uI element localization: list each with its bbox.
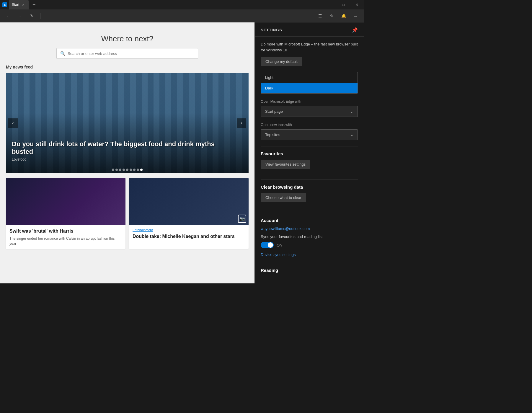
sync-toggle-label: On — [277, 243, 282, 247]
news-card-2-title: Double take: Michelle Keegan and other s… — [133, 234, 245, 240]
browser-icon: E — [2, 2, 7, 7]
main-layout: Where to next? 🔍 My news feed — [0, 22, 364, 283]
divider-3 — [261, 213, 358, 213]
divider-4 — [261, 263, 358, 263]
pin-button[interactable]: 📌 — [352, 27, 358, 33]
open-newtab-dropdown[interactable]: Top sites ⌄ — [261, 129, 358, 140]
settings-body: Do more with Microsoft Edge – the fast n… — [255, 37, 364, 277]
newtab-search-area: Where to next? 🔍 — [6, 28, 249, 65]
note-button[interactable]: ✎ — [327, 11, 337, 21]
tab-title: Start — [12, 3, 19, 7]
carousel-source: Lovefood — [12, 157, 234, 161]
news-feed-section: My news feed Do you still drink lots of … — [6, 65, 249, 249]
open-edge-value: Start page — [265, 109, 283, 114]
address-divider — [40, 13, 40, 19]
news-card-1-desc: The singer ended her romance with Calvin… — [9, 236, 122, 246]
minimize-button[interactable]: — — [323, 0, 337, 9]
sync-toggle-row: On — [261, 242, 358, 248]
news-carousel: Do you still drink lots of water? The bi… — [6, 73, 249, 173]
settings-panel: SETTINGS 📌 Do more with Microsoft Edge –… — [254, 22, 364, 283]
close-button[interactable]: ✕ — [350, 0, 364, 9]
newtab-title: Where to next? — [6, 34, 249, 43]
device-sync-link[interactable]: Device sync settings — [261, 252, 358, 257]
settings-panel-title: SETTINGS — [261, 28, 282, 32]
search-icon: 🔍 — [60, 51, 65, 56]
sync-toggle[interactable] — [261, 242, 274, 248]
tab-close-button[interactable]: ✕ — [21, 2, 26, 7]
search-input[interactable] — [68, 51, 194, 56]
hub-button[interactable]: ☰ — [315, 11, 325, 21]
change-default-button[interactable]: Change my default — [261, 57, 302, 66]
news-grid: Swift was 'brutal' with Harris The singe… — [6, 178, 249, 249]
news-card-2-body: Entertainment Double take: Michelle Keeg… — [129, 225, 249, 244]
open-edge-label: Open Microsoft Edge with — [261, 99, 358, 104]
view-favourites-button[interactable]: View favourites settings — [261, 160, 310, 169]
news-card-2-image: 📷 — [129, 178, 249, 225]
carousel-background: Do you still drink lots of water? The bi… — [6, 73, 249, 173]
sync-label: Sync your favourites and reading list — [261, 234, 358, 239]
sync-toggle-knob — [268, 242, 273, 248]
carousel-prev-button[interactable]: ‹ — [8, 118, 18, 128]
divider-2 — [261, 179, 358, 180]
theme-option-light[interactable]: Light — [261, 72, 358, 83]
camera-icon: 📷 — [238, 215, 246, 223]
clear-data-section-header: Clear browsing data — [261, 185, 358, 190]
active-tab[interactable]: Start ✕ — [9, 0, 29, 9]
settings-header: SETTINGS 📌 — [255, 22, 364, 37]
carousel-headline: Do you still drink lots of water? The bi… — [12, 140, 234, 156]
choose-clear-button[interactable]: Choose what to clear — [261, 193, 306, 202]
carousel-content: Do you still drink lots of water? The bi… — [6, 134, 249, 173]
account-email-link[interactable]: waynewilliams@outlook.com — [261, 226, 358, 231]
open-newtab-value: Top sites — [265, 133, 280, 137]
settings-promo-text: Do more with Microsoft Edge – the fast n… — [261, 41, 358, 53]
newtab-search-box[interactable]: 🔍 — [56, 48, 198, 59]
newtab-page: Where to next? 🔍 My news feed — [0, 22, 254, 283]
maximize-button[interactable]: □ — [337, 0, 350, 9]
reading-section-header: Reading — [261, 268, 358, 273]
browser-content: Where to next? 🔍 My news feed — [0, 22, 254, 283]
account-section-header: Account — [261, 218, 358, 223]
open-newtab-label: Open new tabs with — [261, 123, 358, 127]
news-card-2[interactable]: 📷 Entertainment Double take: Michelle Ke… — [129, 178, 249, 249]
news-card-1[interactable]: Swift was 'brutal' with Harris The singe… — [6, 178, 125, 249]
open-edge-chevron-icon: ⌄ — [350, 109, 353, 114]
news-feed-label: My news feed — [6, 65, 249, 69]
open-newtab-chevron-icon: ⌄ — [350, 133, 353, 137]
notifications-button[interactable]: 🔔 — [339, 11, 348, 21]
carousel-next-button[interactable]: › — [237, 118, 246, 128]
open-edge-dropdown[interactable]: Start page ⌄ — [261, 106, 358, 117]
theme-selector: Light Dark — [261, 72, 358, 94]
more-button[interactable]: ··· — [351, 11, 360, 21]
addressbar: ← → ↻ ☰ ✎ 🔔 ··· — [0, 9, 364, 22]
refresh-button[interactable]: ↻ — [27, 11, 37, 21]
window-controls: — □ ✕ — [323, 0, 364, 9]
forward-button[interactable]: → — [15, 11, 25, 21]
titlebar: E Start ✕ + — □ ✕ — [0, 0, 364, 9]
new-tab-button[interactable]: + — [30, 1, 38, 9]
news-card-2-source: Entertainment — [133, 228, 245, 232]
favourites-section-header: Favourites — [261, 151, 358, 156]
back-button[interactable]: ← — [4, 11, 13, 21]
carousel-text: Do you still drink lots of water? The bi… — [12, 140, 234, 161]
news-card-1-title: Swift was 'brutal' with Harris — [9, 228, 122, 234]
news-card-1-image — [6, 178, 125, 225]
divider-1 — [261, 146, 358, 146]
theme-option-dark[interactable]: Dark — [261, 83, 358, 93]
news-card-1-body: Swift was 'brutal' with Harris The singe… — [6, 225, 125, 249]
